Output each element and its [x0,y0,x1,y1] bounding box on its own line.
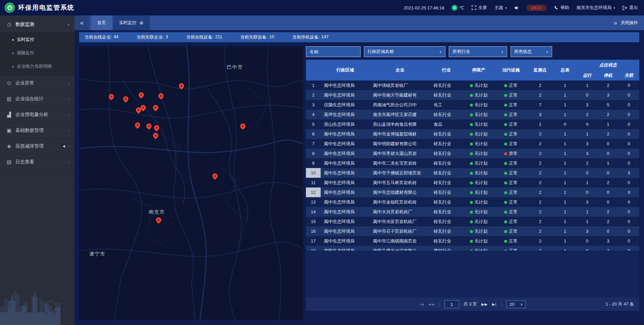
row-index: 8 [306,149,321,158]
table-row[interactable]: 14阆中生态环境局阆中大兴页岩机砖厂砖瓦行业无计划正常21120 [306,207,639,217]
cell-running-count: 1 [577,80,598,90]
table-row[interactable]: 10阆中生态环境局阆中市千佛镇五郎垭页岩砖瓦行业无计划正常21003 [306,168,639,178]
logout-button[interactable]: 退出 [623,5,638,11]
table-row[interactable]: 13阆中生态环境局阆中市金福旺页岩机砖砖瓦行业无计划正常21300 [306,197,639,207]
cell-facility-status: 正常 [495,100,527,110]
status-dot-icon [470,113,473,116]
map-panel[interactable]: 巴中市南充市遂宁市 [79,46,303,320]
next-page-button[interactable]: ▶▶ [481,302,488,307]
stat-label: 当前失联设备: [240,34,268,40]
sidebar-item[interactable]: •视频监控 [0,46,74,60]
org-menu-button[interactable]: 南充市生态环境局 ▾ [577,5,615,11]
temperature-unit: ℃ [459,5,464,10]
sidebar-group-button[interactable]: ▟企业用电量分析‹ [0,107,74,122]
table-row[interactable]: 9阆中生态环境局阆中市二龙长宝页岩砖砖瓦行业无计划正常21210 [306,158,639,168]
tabbar-right: » 关闭操作 [613,15,644,30]
sidebar-group-label: 企业用电量分析 [15,112,48,118]
table-row[interactable]: 12阆中生态环境局阆中市忠信建材有限公砖瓦行业无计划正常21003 [306,187,639,197]
sidebar-item[interactable]: •企业电力负荷明细 [0,60,74,73]
table-row[interactable]: 4高坪生态环境局南充市高坪区王家店建砖瓦行业无计划正常31220 [306,110,639,119]
cell-company: 阆中强锐页岩砖厂 [370,80,430,90]
cell-facility-status-text: 正常 [509,93,518,98]
last-page-button[interactable]: ▶| [492,302,496,307]
theme-menu-button[interactable]: 主题 ▾ [494,5,507,11]
table-row[interactable]: 2阆中生态环境局阆中市南方节能建材有砖瓦行业无计划正常21030 [306,90,639,100]
col-stopped: 停机 [598,70,619,80]
cell-industry: 砖瓦行业 [430,207,463,217]
cell-stopped-count: 2 [598,178,619,187]
cell-industry: 砖瓦行业 [430,80,463,90]
temperature-widget: 0 ℃ [451,5,464,11]
cell-monitor-count: 2 [527,129,553,139]
table-row[interactable]: 3仪陇生态环境局西南油气田分公司川中化工无计划正常71350 [306,100,639,110]
cell-meter-count: 1 [553,100,577,110]
cell-monitor-count: 2 [527,178,553,187]
sidebar-group-button[interactable]: ⊙企业异常‹ [0,75,74,91]
fullscreen-label: 全屏 [478,5,487,11]
name-filter-input[interactable] [306,46,361,57]
tabs-scroll-left-button[interactable]: « [74,15,89,30]
cell-industry: 砖瓦行业 [430,110,463,119]
tab-active[interactable]: 实时监控⊗ [113,15,150,30]
cell-region: 阆中生态环境局 [321,139,370,149]
table-row[interactable]: 6阆中生态环境局阆中市金博瑞新型墙材砖瓦行业无计划正常21120 [306,129,639,139]
sidebar-group-button[interactable]: ▥企业综合统计‹ [0,91,74,107]
cell-running-count: 0 [577,168,598,178]
page-size-select[interactable]: 20 ∨ [506,301,526,308]
help-label: 帮助 [560,5,569,11]
cell-company: 阆中市千佛镇五郎垭页岩 [370,168,430,178]
row-index: 12 [306,187,321,197]
cell-region: 阆中生态环境局 [321,217,370,226]
cell-meter-count: 1 [553,217,577,226]
status-filter-select[interactable]: 所有状态 ∨ [511,46,552,57]
chevron-down-icon: ∨ [439,50,442,54]
table-row[interactable]: 5营山生态环境局营山县润丰肉食品有限食品无计划正常10010 [306,119,639,129]
table-row[interactable]: 16阆中生态环境局阆中市石子页岩机砖厂砖瓦行业无计划正常21300 [306,226,639,236]
fullscreen-button[interactable]: 全屏 [472,5,487,11]
cell-facility-status: 正常 [495,110,527,119]
row-index: 17 [306,236,321,246]
table-row[interactable]: 15阆中生态环境局阆中市光富页岩机砖厂砖瓦行业无计划正常21120 [306,217,639,226]
region-filter-select[interactable]: 行政区域名称 ∨ [364,46,445,57]
sidebar-item[interactable]: •实时监控 [0,33,74,46]
chevron-down-icon: ∨ [520,303,523,306]
sidebar-group-button[interactable]: ▣基础数据管理‹ [0,123,74,138]
prev-page-button[interactable]: ◀◀ [428,302,435,307]
cell-meter-count: 1 [553,197,577,207]
close-operations-button[interactable]: 关闭操作 [621,20,638,26]
cell-facility-status-text: 正常 [509,209,518,214]
cell-offline-count: 0 [619,217,639,226]
cell-production-status-text: 无计划 [475,161,488,166]
table-row[interactable]: 17阆中生态环境局阆中市江南镇阆南页岩砖瓦行业无计划正常21030 [306,236,639,246]
tab-close-icon[interactable]: ⊗ [140,20,144,25]
cell-running-count: 1 [577,129,598,139]
stats-bar: 当前在线企业:44当前失联企业:3当前在线设备:211当前失联设备:10当前停机… [79,32,639,42]
table-row[interactable]: 11阆中生态环境局阆中市五马桥页岩机砖砖瓦行业无计划正常21120 [306,178,639,187]
table-row[interactable]: 8阆中生态环境局阆中市枣碧大梁山页岩砖瓦行业无计划异常21300 [306,149,639,158]
status-dot-icon [504,104,507,107]
page-number-input[interactable] [444,300,459,308]
sidebar-collapse-button[interactable]: ◀ [60,142,67,150]
announcement-button[interactable] [514,6,519,10]
cell-facility-status: 正常 [495,187,527,197]
cell-facility-status: 正常 [495,80,527,90]
chevron-down-icon: ∨ [546,50,548,54]
tab-item[interactable]: 首页 [91,15,112,30]
table-row[interactable]: 7阆中生态环境局阆中明阳建材有限公司砖瓦行业无计划正常21300 [306,139,639,149]
help-button[interactable]: 帮助 [554,5,569,11]
status-dot-icon [504,181,507,184]
first-page-button[interactable]: |◀ [419,302,424,307]
tabs-scroll-right-icon[interactable]: » [613,19,617,26]
alert-count-badge[interactable]: 2632 [526,5,547,11]
industry-filter-select[interactable]: 所有行业 ∨ [449,46,507,57]
menu-icon: ▤ [6,159,12,165]
table-row[interactable]: 1阆中生态环境局阆中强锐页岩砖厂砖瓦行业无计划正常21120 [306,80,639,90]
status-dot-icon [470,201,473,204]
cell-stopped-count: 0 [598,168,619,178]
col-facility: 治污设施 [495,60,527,80]
col-running: 运行 [577,70,598,80]
sidebar-group-button[interactable]: ◷数据监测∨ [0,17,74,32]
table-wrap: 行政区域 企业 行业 停限产 治污设施 监测点 总表 点位状态 [306,60,639,251]
sidebar-group-button[interactable]: ▤日志查看‹ [0,154,74,170]
table-row[interactable]: 18南部生态环境局南部县建兴水泥有限公建材行业无计划正常21030 [306,246,639,251]
